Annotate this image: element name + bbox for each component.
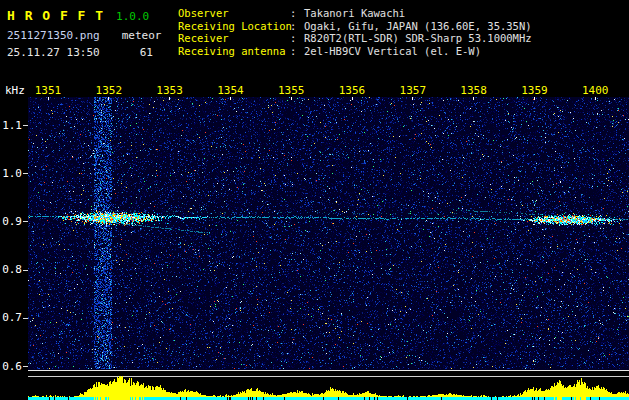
info-row-antenna: Receiving antenna:2el-HB9CV Vertical (el…	[178, 45, 532, 58]
freq-tick-mark	[23, 125, 28, 126]
info-value: R820T2(RTL-SDR) SDR-Sharp 53.1000MHz	[304, 32, 532, 44]
datetime-label: 25.11.27 13:50	[7, 46, 100, 59]
info-separator: :	[290, 20, 304, 33]
freq-tick-label: 0.7	[0, 311, 22, 324]
freq-tick-label: 0.6	[0, 360, 22, 373]
title-row: H R O F F T1.0.0	[7, 5, 161, 24]
file-row: 2511271350.pngmeteor	[7, 29, 161, 42]
info-value: 2el-HB9CV Vertical (el. E-W)	[304, 45, 481, 57]
app-title: H R O F F T	[7, 8, 104, 23]
freq-tick-mark	[23, 221, 28, 222]
time-row: 25.11.27 13:5061	[7, 46, 161, 59]
output-filename: 2511271350.png	[7, 29, 100, 42]
info-separator: :	[290, 45, 304, 58]
time-tick-label: 1359	[521, 84, 548, 97]
station-info: Observer:Takanori Kawachi Receiving Loca…	[178, 7, 532, 57]
header-left: H R O F F T1.0.0 2511271350.pngmeteor 25…	[7, 5, 161, 59]
info-row-location: Receiving Location:Ogaki, Gifu, JAPAN (1…	[178, 20, 532, 33]
info-label: Receiving Location	[178, 20, 290, 33]
time-tick-label: 1352	[96, 84, 123, 97]
freq-tick-mark	[23, 366, 28, 367]
time-tick-label: 1400	[582, 84, 609, 97]
spectrogram-area: kHz 1351 1352 1353 1354 1355 1356 1357 1…	[0, 83, 629, 400]
header: H R O F F T1.0.0 2511271350.pngmeteor 25…	[0, 0, 629, 83]
time-tick-label: 1354	[217, 84, 244, 97]
mode-label: meteor	[122, 29, 162, 42]
freq-tick-mark	[23, 270, 28, 271]
info-separator: :	[290, 32, 304, 45]
info-value: Takanori Kawachi	[304, 7, 405, 19]
freq-tick-mark	[23, 318, 28, 319]
time-tick-label: 1353	[156, 84, 183, 97]
time-tick-label: 1356	[339, 84, 366, 97]
freq-unit-label: kHz	[5, 84, 25, 97]
info-label: Receiving antenna	[178, 45, 290, 58]
echo-count: 61	[140, 46, 153, 59]
app-version: 1.0.0	[116, 10, 149, 23]
info-label: Receiver	[178, 32, 290, 45]
hrofft-window: H R O F F T1.0.0 2511271350.pngmeteor 25…	[0, 0, 629, 400]
freq-tick-label: 1.1	[0, 119, 22, 132]
freq-tick-mark	[23, 173, 28, 174]
time-tick-label: 1351	[35, 84, 62, 97]
info-row-receiver: Receiver:R820T2(RTL-SDR) SDR-Sharp 53.10…	[178, 32, 532, 45]
info-value: Ogaki, Gifu, JAPAN (136.60E, 35.35N)	[304, 20, 532, 32]
time-tick-label: 1358	[460, 84, 487, 97]
info-row-observer: Observer:Takanori Kawachi	[178, 7, 532, 20]
freq-tick-label: 0.8	[0, 263, 22, 276]
freq-tick-label: 1.0	[0, 167, 22, 180]
spectrogram-canvas	[28, 97, 629, 400]
time-tick-label: 1355	[278, 84, 305, 97]
info-label: Observer	[178, 7, 290, 20]
info-separator: :	[290, 7, 304, 20]
time-tick-label: 1357	[400, 84, 427, 97]
freq-tick-label: 0.9	[0, 215, 22, 228]
